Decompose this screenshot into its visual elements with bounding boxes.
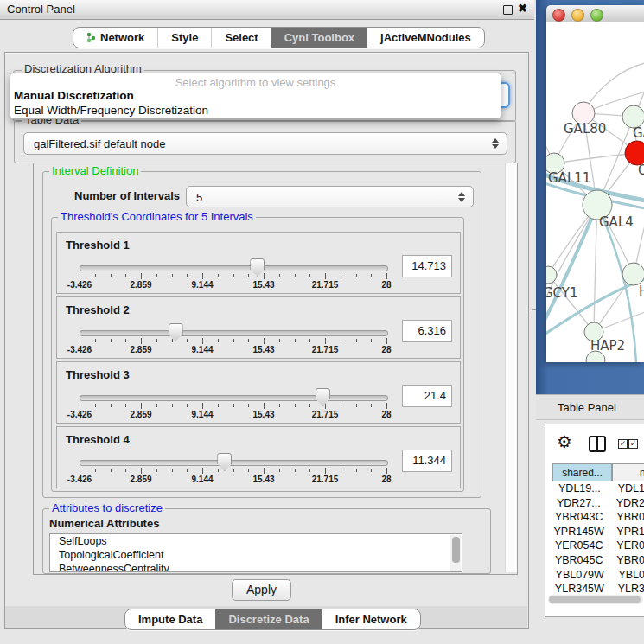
network-node-label: GAL11 <box>548 170 590 186</box>
slider-tick <box>233 469 234 472</box>
threshold-slider-thumb[interactable] <box>250 258 265 277</box>
algorithm-option-equal-width-frequency-discretization[interactable]: Equal Width/Frequency Discretization <box>14 104 208 117</box>
slider-tick-label: 2.859 <box>130 280 151 290</box>
table-row[interactable]: YBL079WYBL0 <box>552 568 644 583</box>
slider-tick-label: 21.715 <box>312 475 339 484</box>
column-header-name[interactable]: na <box>612 463 644 481</box>
zoom-traffic-light-icon[interactable] <box>590 9 603 22</box>
checkbox-icon[interactable]: ✓ <box>618 439 628 449</box>
slider-tick <box>172 339 173 342</box>
cell-name[interactable]: YBL0 <box>607 568 644 583</box>
threshold-slider-track[interactable] <box>80 460 388 466</box>
cell-shared-name[interactable]: YBR043C <box>552 510 605 525</box>
cell-shared-name[interactable]: YER054C <box>552 539 605 553</box>
tab-select[interactable]: Select <box>211 28 271 48</box>
slider-tick <box>371 404 372 407</box>
tab-cyni-toolbox-label: Cyni Toolbox <box>284 31 354 44</box>
attribute-item-selfloops[interactable]: SelfLoops <box>50 534 462 548</box>
cell-name[interactable]: YDR2 <box>605 496 644 511</box>
panel-splitter-handle[interactable] <box>532 309 536 316</box>
number-of-intervals-combobox[interactable]: 5 <box>186 186 474 207</box>
bottom-tab-infer-network[interactable]: Infer Network <box>322 609 420 629</box>
checkbox-icon[interactable]: ✓ <box>628 439 638 449</box>
slider-tick-label: 28 <box>381 280 391 290</box>
slider-tick-label: 9.144 <box>191 280 213 290</box>
cell-name[interactable]: YBR0 <box>605 553 644 568</box>
threshold-value-field[interactable]: 21.4 <box>402 385 452 407</box>
slider-tick <box>80 338 80 344</box>
settings-scrollbar[interactable] <box>505 163 518 572</box>
slider-tick <box>202 468 203 474</box>
slider-tick-label: 9.144 <box>191 410 213 419</box>
close-traffic-light-icon[interactable] <box>552 9 565 22</box>
threshold-value-field[interactable]: 11.344 <box>402 450 452 472</box>
slider-tick <box>156 274 157 277</box>
cell-shared-name[interactable]: YDR27... <box>552 496 605 511</box>
table-row[interactable]: YDL19...YDL1 <box>552 481 644 496</box>
cell-name[interactable]: YBR0 <box>605 510 644 525</box>
threshold-label: Threshold 1 <box>66 239 130 252</box>
table-data-group: galFiltered.sif default node <box>14 120 516 163</box>
attribute-item-topologicalcoefficient[interactable]: TopologicalCoefficient <box>50 548 462 562</box>
table-horizontal-scrollbar[interactable] <box>548 595 643 604</box>
slider-tick-label: -3.426 <box>67 410 92 419</box>
cell-shared-name[interactable]: YBR045C <box>552 553 605 568</box>
table-row[interactable]: YBR045CYBR0 <box>552 553 644 568</box>
slider-tick <box>218 339 219 342</box>
column-header-shared-name[interactable]: shared... <box>552 463 612 481</box>
table-data-combobox[interactable]: galFiltered.sif default node <box>23 132 507 155</box>
cell-shared-name[interactable]: YDL19... <box>552 481 607 496</box>
cell-name[interactable]: YDL1 <box>607 481 644 496</box>
table-row[interactable]: YER054CYER0 <box>552 539 644 553</box>
cell-name[interactable]: YLR3 <box>607 582 644 593</box>
numerical-attributes-list[interactable]: SelfLoopsTopologicalCoefficientBetweenne… <box>49 533 462 572</box>
tab-style[interactable]: Style <box>157 28 211 48</box>
slider-tick <box>111 404 112 407</box>
table-data-value: galFiltered.sif default node <box>34 137 165 150</box>
slider-tick <box>325 273 326 279</box>
cell-name[interactable]: YER0 <box>605 539 644 553</box>
slider-tick <box>111 469 112 472</box>
apply-button[interactable]: Apply <box>232 579 291 601</box>
attribute-item-betweennesscentrality[interactable]: BetweennessCentrality <box>50 562 462 572</box>
network-node-h[interactable] <box>622 263 644 285</box>
list-scrollbar[interactable] <box>450 535 461 571</box>
gear-icon[interactable]: ⚙ <box>557 433 572 450</box>
table-row[interactable]: YDR27...YDR2 <box>552 496 644 511</box>
bottom-tab-discretize-data[interactable]: Discretize Data <box>215 609 322 629</box>
table-rows: YDL19...YDL1YDR27...YDR2YBR043CYBR0YPR14… <box>552 481 644 593</box>
threshold-slider-track[interactable] <box>80 395 388 401</box>
split-columns-icon[interactable] <box>589 436 606 452</box>
cell-shared-name[interactable]: YPR145W <box>552 525 605 539</box>
tab-network[interactable]: Network <box>73 28 157 48</box>
float-window-icon[interactable] <box>503 5 513 15</box>
threshold-slider-thumb[interactable] <box>169 323 183 341</box>
slider-tick <box>233 339 234 342</box>
threshold-slider-thumb[interactable] <box>316 388 330 406</box>
threshold-value-field[interactable]: 14.713 <box>402 255 452 277</box>
slider-tick <box>187 404 188 407</box>
cell-shared-name[interactable]: YLR345W <box>552 582 607 593</box>
tab-cyni-toolbox[interactable]: Cyni Toolbox <box>271 28 367 48</box>
network-canvas[interactable]: GAL80GACGAL11GAL4GCY1HHAP2 <box>546 22 644 362</box>
threshold-slider-track[interactable] <box>80 330 388 336</box>
algorithm-option-manual-discretization[interactable]: Manual Discretization <box>14 89 134 102</box>
network-node-gcy1[interactable] <box>546 266 557 284</box>
threshold-slider-track[interactable] <box>80 265 388 271</box>
close-icon[interactable]: ✖ <box>518 2 527 15</box>
table-row[interactable]: YPR145WYPR1 <box>552 525 644 539</box>
threshold-slider-thumb[interactable] <box>217 453 232 471</box>
table-row[interactable]: YLR345WYLR3 <box>552 582 644 593</box>
slider-tick <box>172 469 173 472</box>
tab-jactivemnodules[interactable]: jActiveMNodules <box>367 28 484 48</box>
cell-name[interactable]: YPR1 <box>605 525 644 539</box>
threshold-value-field[interactable]: 6.316 <box>402 320 452 342</box>
minimize-traffic-light-icon[interactable] <box>571 9 584 22</box>
cell-shared-name[interactable]: YBL079W <box>552 568 607 583</box>
network-node-label: GAL80 <box>564 121 606 137</box>
slider-tick-label: 15.43 <box>252 280 274 290</box>
stepper-arrows-icon <box>458 192 465 202</box>
bottom-tab-impute-data[interactable]: Impute Data <box>125 609 215 629</box>
network-node-c[interactable] <box>625 141 644 165</box>
table-row[interactable]: YBR043CYBR0 <box>552 510 644 525</box>
